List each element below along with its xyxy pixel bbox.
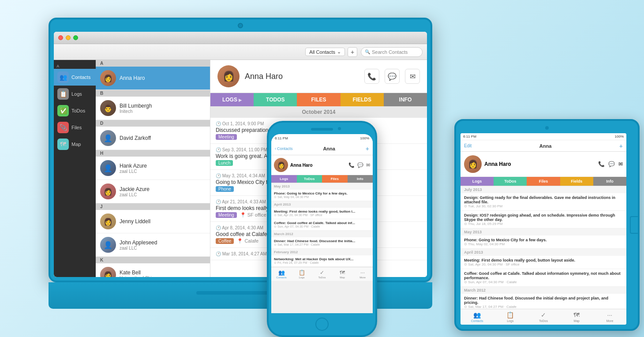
phone-back-button[interactable]: ‹ Contacts — [275, 146, 293, 151]
contact-item-jenny[interactable]: 👩 Jenny Liddell — [96, 210, 210, 233]
tablet-tab-todos[interactable]: ToDos — [494, 177, 527, 186]
tablet-nav-todos[interactable]: ✓ ToDos — [527, 311, 560, 322]
phone-tab-logs[interactable]: Logs — [271, 175, 297, 183]
tablet-tab-logs[interactable]: Logs — [461, 177, 494, 186]
alpha-a: A — [54, 64, 96, 69]
search-bar[interactable]: 🔍 Search Contacts — [361, 47, 423, 57]
tablet-nav-map[interactable]: 🗺 Map — [560, 311, 593, 322]
phone-message-icon[interactable]: 💬 — [357, 162, 363, 168]
tab-logs[interactable]: LOGS ▶ — [210, 93, 254, 106]
detail-name: Anna Haro — [245, 72, 283, 81]
laptop-camera — [238, 23, 243, 28]
tablet-message-icon[interactable]: 💬 — [608, 161, 615, 167]
tablet-edit-button[interactable]: Edit — [464, 143, 472, 148]
phone-tab-todos[interactable]: ToDos — [297, 175, 322, 183]
phone-log-item-1[interactable]: Phone: Going to Mexico City for a few da… — [271, 190, 373, 201]
phone-log-title-4: Dinner: Had Chinese food. Discussed the … — [274, 239, 370, 243]
tablet-log-item-1[interactable]: Design: Getting ready for the final deli… — [461, 193, 626, 211]
tablet-log-list[interactable]: July 2013 Design: Getting ready for the … — [461, 186, 626, 309]
contact-item-hank[interactable]: 👤 Hank Azure zaal LLC — [96, 157, 210, 180]
tablet-tab-fields[interactable]: Fields — [560, 177, 593, 186]
logs-tab-label: Logs — [299, 276, 304, 279]
phone-log-list[interactable]: May 2013 Phone: Going to Mexico City for… — [271, 183, 373, 267]
phone-log-item-2[interactable]: Meeting: First demo looks really good, b… — [271, 208, 373, 219]
phone-log-item-3[interactable]: Coffee: Good coffee at Calafe. Talked ab… — [271, 219, 373, 231]
tablet-nav-logs[interactable]: 📋 Logs — [494, 311, 527, 322]
phone-log-time-4: ⊙ Sat, Mar 17, 04:27 PM · Calafe — [274, 243, 370, 247]
phone-battery: 100% — [360, 136, 369, 140]
tablet-battery: 100% — [615, 135, 624, 139]
tablet-section-jul: July 2013 — [461, 186, 626, 193]
tablet-tab-files[interactable]: Files — [527, 177, 560, 186]
tab-info[interactable]: INFO — [384, 93, 427, 106]
maximize-button[interactable] — [73, 35, 78, 40]
tablet-call-icon[interactable]: 📞 — [598, 161, 605, 167]
message-button[interactable]: 💬 — [385, 69, 400, 84]
phone-call-icon[interactable]: 📞 — [348, 162, 355, 168]
tablet-camera — [545, 126, 549, 130]
phone-log-item-4[interactable]: Dinner: Had Chinese food. Discussed the … — [271, 237, 373, 249]
contact-name-john: John Appleseed — [120, 240, 157, 246]
tablet-log-item-4[interactable]: Meeting: First demo looks really good, b… — [461, 256, 626, 269]
sidebar-item-contacts[interactable]: 👥 Contacts — [54, 69, 96, 86]
sidebar-item-todos[interactable]: ✅ ToDos — [54, 102, 96, 119]
tablet-nav-more[interactable]: ··· More — [593, 311, 626, 322]
tablet-logs-icon: 📋 — [506, 311, 514, 318]
call-button[interactable]: 📞 — [364, 69, 379, 84]
tablet-log-item-5[interactable]: Coffee: Good coffee at Calafe. Talked ab… — [461, 269, 626, 287]
contact-item-jackie[interactable]: 👩 Jackie Azure zaal LLC — [96, 180, 210, 203]
email-button[interactable]: ✉ — [405, 69, 420, 84]
alpha-header-j: J — [96, 203, 210, 210]
phone-nav-todos[interactable]: ✓ ToDos — [312, 270, 332, 279]
contacts-selector[interactable]: All Contacts ⌄ — [305, 48, 345, 56]
phone-nav-map[interactable]: 🗺 Map — [332, 270, 352, 279]
contact-item-kate[interactable]: 👩 Kate Bell University of Chicago — [96, 263, 210, 277]
phone-add-button[interactable]: + — [366, 145, 369, 152]
sidebar-item-files[interactable]: 📎 Files — [54, 119, 96, 136]
detail-avatar: 👩 — [217, 65, 240, 87]
phone-frame: 6:11 PM 100% ‹ Contacts Anna + 👩 Anna Ha… — [267, 121, 377, 337]
phone-nav-logs[interactable]: 📋 Logs — [292, 270, 312, 279]
tablet-home-button[interactable] — [630, 216, 639, 234]
sidebar-item-logs[interactable]: 📋 Logs — [54, 86, 96, 102]
tablet-email-icon[interactable]: ✉ — [618, 161, 623, 167]
minimize-button[interactable] — [66, 35, 71, 40]
tab-files[interactable]: FILES — [297, 93, 340, 106]
phone-log-title-1: Phone: Going to Mexico City for a few da… — [274, 191, 370, 195]
mac-sidebar: A 👥 Contacts 📋 Logs ✅ ToDos — [54, 60, 96, 277]
contact-name-kate: Kate Bell — [120, 270, 161, 276]
tablet-nav-contacts[interactable]: 👥 Contacts — [461, 311, 494, 322]
phone-email-icon[interactable]: ✉ — [366, 162, 370, 168]
sidebar-files-label: Files — [71, 125, 82, 130]
add-contact-button[interactable]: + — [348, 47, 357, 57]
tablet-log-item-3[interactable]: Phone: Going to Mexico City for a few da… — [461, 236, 626, 249]
phone-log-item-5[interactable]: Networking: Met at Hacker Dojo talk abou… — [271, 255, 373, 267]
tablet-log-item-2[interactable]: Design: IOS7 redesign going ahead, and o… — [461, 211, 626, 228]
sidebar-todos-label: ToDos — [71, 108, 85, 113]
phone-tabs: Logs ToDos Files Info — [271, 175, 373, 183]
phone-tab-files[interactable]: Files — [322, 175, 348, 183]
tab-fields[interactable]: FIELDS — [341, 93, 384, 106]
tablet-add-button[interactable]: + — [619, 142, 623, 150]
phone-nav-more[interactable]: ··· More — [352, 270, 373, 279]
phone-nav-contacts[interactable]: 👥 Contacts — [271, 270, 292, 279]
contact-list[interactable]: A 👩 Anna Haro B 👨 Bill Lumbergh — [96, 60, 210, 277]
contact-item-john[interactable]: 👤 John Appleseed zaal LLC — [96, 233, 210, 257]
contact-sub-john: zaal LLC — [120, 246, 157, 251]
tablet-todos-label: ToDos — [539, 319, 548, 322]
contact-sub-bill: Initech — [120, 109, 152, 114]
phone-log-time-5: ⊙ Fri, Feb 24, 07:29 PM · Calafe — [274, 261, 370, 265]
phone-log-title-3: Coffee: Good coffee at Calafe. Talked ab… — [274, 221, 370, 225]
contact-item-bill[interactable]: 👨 Bill Lumbergh Initech — [96, 97, 210, 120]
close-button[interactable] — [58, 35, 63, 40]
tablet-status-bar: 6:11 PM 100% — [461, 133, 626, 140]
avatar-david: 👤 — [100, 130, 116, 146]
tab-todos[interactable]: TODOS — [254, 93, 297, 106]
tablet-log-item-6[interactable]: Dinner: Had Chinese food. Discussed the … — [461, 294, 626, 309]
tablet-tab-info[interactable]: Info — [593, 177, 626, 186]
contact-item-anna[interactable]: 👩 Anna Haro — [96, 67, 210, 90]
phone-home-button[interactable] — [315, 318, 329, 331]
phone-tab-info[interactable]: Info — [348, 175, 373, 183]
sidebar-item-map[interactable]: 🗺 Map — [54, 136, 96, 153]
contact-item-david[interactable]: 👤 David Zarkoff — [96, 127, 210, 150]
